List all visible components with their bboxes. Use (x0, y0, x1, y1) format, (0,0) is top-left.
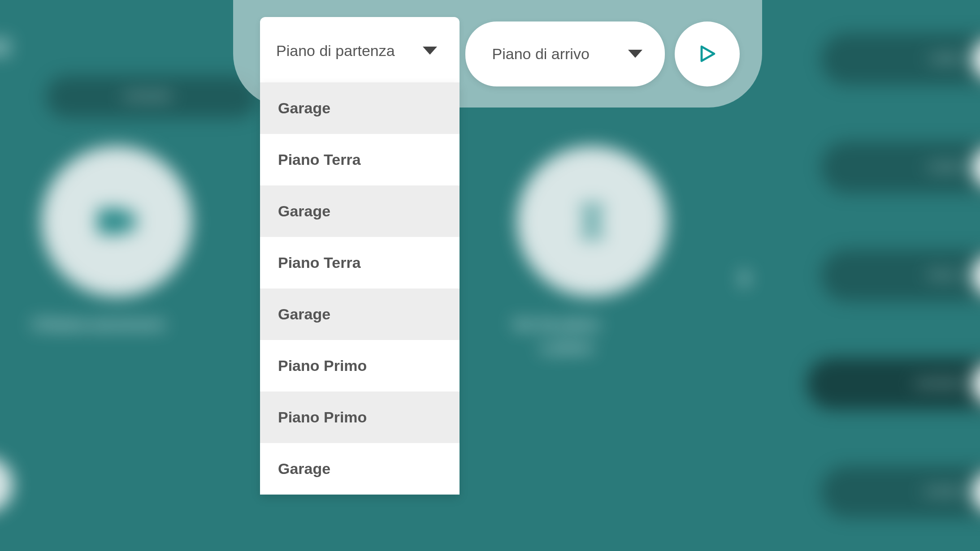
go-button[interactable] (675, 22, 740, 86)
svg-rect-0 (583, 206, 601, 215)
side-item-icon-circle (971, 146, 980, 189)
side-item-0: CAMERA (821, 33, 980, 85)
side-item-label: PERcorsi (928, 271, 962, 280)
bg-card-right (517, 146, 668, 297)
side-item-icon-circle (971, 254, 980, 297)
bg-time: 02 (0, 33, 11, 60)
bg-card-right-label-2: a piano (540, 339, 593, 357)
dropdown-option[interactable]: Piano Primo (260, 392, 460, 443)
bg-corner-circle (0, 456, 13, 513)
dropdown-option[interactable]: Piano Primo (260, 340, 460, 392)
bg-header-pill: ASCENSORE (46, 76, 258, 118)
side-item-3: ASCENSORE (807, 358, 980, 410)
arrival-dropdown[interactable]: Piano di arrivo (465, 22, 665, 86)
side-item-icon-circle (971, 471, 980, 513)
arrival-dropdown-shell: Piano di arrivo (465, 22, 665, 86)
bg-card-left (41, 146, 192, 297)
side-item-4: AGGIUNGI (821, 466, 980, 518)
svg-rect-1 (583, 228, 601, 237)
side-item-label: CAMERA (929, 55, 962, 64)
side-item-1: SCENARI (821, 142, 980, 194)
side-item-icon-circle (971, 38, 980, 80)
bg-card-right-label-1: Vai da piano (512, 315, 600, 333)
bg-card-left-label: Chiama ascensore (32, 315, 165, 333)
chevron-down-icon (628, 50, 642, 58)
dropdown-option[interactable]: Garage (260, 82, 460, 134)
side-item-label: ASCENSORE (915, 379, 962, 388)
side-item-label: AGGIUNGI (924, 488, 962, 496)
chevron-right-icon: › (738, 254, 750, 298)
departure-dropdown-list[interactable]: Garage Piano Terra Garage Piano Terra Ga… (260, 82, 460, 495)
svg-point-3 (590, 219, 595, 224)
dropdown-option[interactable]: Garage (260, 288, 460, 340)
arrival-dropdown-label: Piano di arrivo (492, 45, 590, 63)
dropdown-option[interactable]: Piano Terra (260, 237, 460, 288)
dropdown-option[interactable]: Garage (260, 185, 460, 237)
svg-marker-4 (702, 47, 714, 61)
play-icon (696, 43, 718, 65)
bg-header-pill-label: ASCENSORE (123, 93, 171, 101)
dropdown-option[interactable]: Garage (260, 443, 460, 495)
departure-dropdown-label: Piano di partenza (276, 42, 395, 60)
side-item-label: SCENARI (928, 163, 963, 172)
side-item-2: PERcorsi (821, 250, 980, 301)
chevron-down-icon (423, 47, 437, 55)
dropdown-option[interactable]: Piano Terra (260, 134, 460, 185)
departure-dropdown[interactable]: Piano di partenza (260, 17, 460, 84)
side-item-icon-circle (971, 362, 980, 405)
